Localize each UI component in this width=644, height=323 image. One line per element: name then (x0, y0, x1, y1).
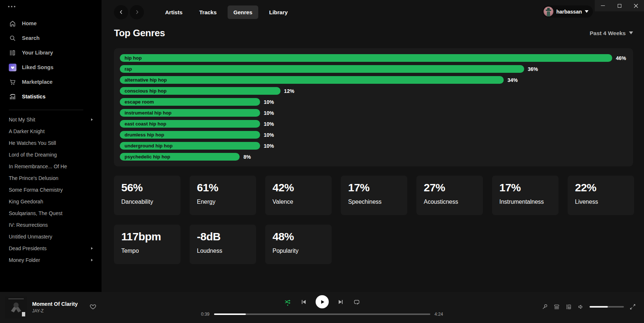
sidebar-playlist-item[interactable]: In Remembrance... Of He (0, 161, 102, 172)
sidebar-divider (9, 110, 83, 110)
forward-button[interactable] (130, 5, 144, 19)
sidebar-item-search[interactable]: Search (0, 31, 102, 45)
sidebar-item-your-library[interactable]: Your Library (0, 45, 102, 60)
connect-device-button[interactable] (565, 303, 572, 310)
sidebar-item-label: Marketplace (22, 79, 53, 85)
caret-down-icon (629, 31, 633, 35)
sidebar-playlists: Not My Shit A Darker Knight He Watches Y… (0, 114, 102, 266)
sidebar-playlist-item[interactable]: Not My Shit (0, 114, 102, 125)
chevron-right-icon (134, 9, 140, 15)
stat-card-label: Popularity (273, 248, 324, 254)
sidebar-playlist-item[interactable]: A Darker Knight (0, 125, 102, 137)
genre-bar-label: instrumental hip hop (125, 110, 172, 116)
lyrics-button[interactable] (541, 303, 548, 310)
genre-bar-label: drumless hip hop (125, 132, 164, 138)
queue-icon (553, 303, 560, 310)
track-artist[interactable]: JAY-Z (32, 308, 78, 313)
previous-track-icon (300, 298, 307, 306)
sidebar-item-marketplace[interactable]: Marketplace (0, 75, 102, 89)
previous-button[interactable] (300, 298, 307, 306)
sidebar-playlist-item[interactable]: Soulqarians, The Quest (0, 207, 102, 219)
volume-slider[interactable] (590, 306, 624, 307)
tab-artists[interactable]: Artists (159, 5, 188, 19)
playlist-label: Dead Presidents (9, 245, 47, 251)
fullscreen-button[interactable] (629, 303, 636, 310)
genre-bar: drumless hip hop (120, 131, 260, 139)
stat-card: -8dB Loudness (190, 225, 256, 264)
back-button[interactable] (114, 5, 128, 19)
play-button[interactable] (316, 295, 329, 308)
sidebar-playlist-item[interactable]: Dead Presidents (0, 243, 102, 254)
sidebar-item-label: Home (22, 20, 37, 26)
avatar (544, 7, 553, 16)
microphone-icon (541, 303, 548, 310)
track-title[interactable]: Moment Of Clarity (32, 301, 78, 307)
sidebar-playlist-item[interactable]: IV: Resurrections (0, 219, 102, 231)
playlist-label: He Watches You Still (9, 140, 56, 146)
genre-bar-percent: 10% (264, 110, 274, 116)
shuffle-button[interactable] (284, 298, 291, 306)
sidebar-playlist-item[interactable]: He Watches You Still (0, 137, 102, 149)
user-menu-button[interactable]: harbassan (542, 5, 593, 18)
audio-feature-cards: 56% Danceability 61% Energy 42% Valence … (114, 176, 633, 264)
playlist-label: Untitled Unmastery (9, 234, 52, 240)
genre-bar-percent: 10% (264, 132, 274, 138)
fullscreen-icon (629, 303, 636, 310)
parental-advisory-label (22, 312, 25, 316)
tab-library[interactable]: Library (263, 5, 294, 19)
close-button[interactable] (628, 0, 644, 11)
genre-bar-percent: 12% (284, 88, 294, 94)
stat-card-label: Acousticness (424, 199, 476, 205)
player-bar: Moment Of Clarity JAY-Z (0, 292, 644, 323)
playlist-label: The Prince's Delusion (9, 175, 58, 181)
like-track-button[interactable] (89, 303, 96, 311)
genre-bar-row: drumless hip hop 10% (120, 131, 627, 139)
sidebar-item-liked-songs[interactable]: Liked Songs (0, 60, 102, 75)
stat-card: 61% Energy (190, 176, 256, 215)
total-time: 4:24 (435, 312, 445, 317)
volume-icon (578, 303, 584, 310)
tab-genres[interactable]: Genres (228, 5, 258, 19)
genre-bar-percent: 10% (264, 99, 274, 105)
minimize-button[interactable] (595, 0, 611, 11)
sidebar-playlist-item[interactable]: The Prince's Delusion (0, 172, 102, 184)
stat-card-label: Liveness (575, 199, 627, 205)
sidebar-playlist-item[interactable]: Money Folder (0, 254, 102, 266)
playlist-label: King Geedorah (9, 199, 43, 204)
genre-bar-row: rap 36% (120, 65, 627, 73)
sidebar-playlist-item[interactable]: Lord of the Dreaming (0, 149, 102, 161)
stat-card: 48% Popularity (265, 225, 332, 264)
stats-tabs: Artists Tracks Genres Library (159, 5, 294, 19)
genre-bar-percent: 10% (264, 121, 274, 127)
album-art[interactable] (5, 296, 27, 318)
genre-bar: rap (120, 65, 524, 73)
more-options-button[interactable] (8, 6, 102, 7)
player-right-controls (541, 303, 636, 310)
chevron-right-icon (89, 117, 94, 122)
tab-tracks[interactable]: Tracks (194, 5, 223, 19)
next-button[interactable] (338, 298, 344, 306)
stat-card: 17% Instrumentalness (492, 176, 559, 215)
sidebar-item-statistics[interactable]: Statistics (0, 89, 102, 104)
device-icon (565, 303, 572, 310)
genres-bar-chart: hip hop 46% rap 36% alternative hip hop … (114, 48, 633, 166)
sidebar-playlist-item[interactable]: Some Forma Chemistry (0, 184, 102, 196)
stat-card-value: 17% (348, 181, 400, 194)
repeat-button[interactable] (353, 298, 360, 306)
search-icon (9, 34, 16, 42)
sidebar-playlist-item[interactable]: Untitled Unmastery (0, 231, 102, 243)
genre-bar-label: underground hip hop (125, 143, 172, 149)
sidebar-playlist-item[interactable]: King Geedorah (0, 196, 102, 207)
stat-card-value: -8dB (197, 230, 249, 243)
progress-bar[interactable] (214, 313, 430, 315)
heart-icon (89, 303, 96, 310)
genre-bar-row: underground hip hop 10% (120, 142, 627, 150)
genre-bar-label: psychedelic hip hop (125, 154, 170, 159)
sidebar-item-home[interactable]: Home (0, 16, 102, 31)
maximize-icon (618, 4, 621, 8)
time-range-dropdown[interactable]: Past 4 Weeks (590, 30, 633, 37)
mute-button[interactable] (578, 303, 584, 310)
stat-card-label: Instrumentalness (499, 199, 551, 205)
queue-button[interactable] (553, 303, 560, 310)
maximize-button[interactable] (611, 0, 628, 11)
